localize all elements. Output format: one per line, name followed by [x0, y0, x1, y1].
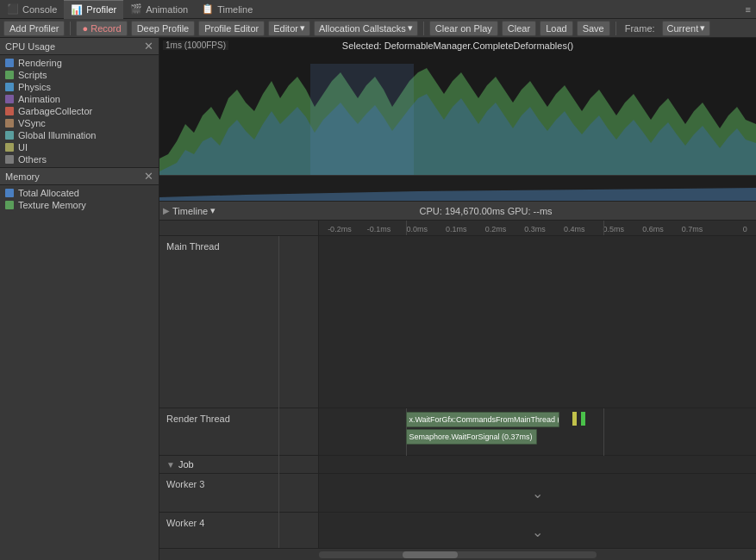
legend-item-total-allocated[interactable]: Total Allocated [0, 187, 159, 199]
selected-label: Selected: DeformableManager.CompleteDefo… [342, 40, 573, 51]
gc-color-dot [5, 107, 14, 115]
editor-dropdown[interactable]: Editor ▾ [268, 21, 310, 36]
save-button[interactable]: Save [577, 21, 610, 36]
chevron-down-icon-2: ▾ [408, 22, 413, 34]
ruler-marks: -0.2ms -0.1ms 0.0ms 0.1ms 0.2ms 0.3ms 0.… [319, 221, 756, 235]
toolbar-separator-3 [615, 22, 616, 35]
ui-color-dot [5, 143, 14, 152]
legend-item-gc[interactable]: GarbageCollector [0, 105, 159, 117]
others-color-dot [5, 155, 14, 164]
memory-legend-list: Total Allocated Texture Memory [0, 185, 159, 213]
console-icon: ⬛ [7, 3, 19, 15]
frame-dropdown[interactable]: Current ▾ [662, 21, 711, 36]
total-allocated-color-dot [5, 189, 14, 197]
job-section: ▼ Job [159, 456, 756, 474]
render-thread-label: Render Thread [159, 408, 319, 455]
tab-menu-button[interactable]: ≡ [740, 4, 756, 15]
gi-color-dot [5, 131, 14, 140]
tab-profiler[interactable]: 📊 Profiler [64, 0, 123, 19]
expand-icon: ▶ [163, 206, 170, 215]
rendering-color-dot [5, 59, 14, 67]
scroll-thumb[interactable] [403, 551, 458, 558]
clear-button[interactable]: Clear [502, 21, 536, 36]
legend-item-rendering[interactable]: Rendering [0, 57, 159, 69]
render-thread-content[interactable]: x.WaitForGfx:CommandsFromMainThread (0.3… [319, 408, 756, 456]
legend-item-texture-memory[interactable]: Texture Memory [0, 199, 159, 211]
worker-4-content[interactable]: ⌄ [319, 513, 756, 548]
allocation-callstacks-dropdown[interactable]: Allocation Callstacks ▾ [314, 21, 418, 36]
scripts-color-dot [5, 71, 14, 79]
job-section-header[interactable]: ▼ Job [159, 456, 319, 473]
memory-section-header: Memory ✕ [0, 168, 159, 185]
job-expand-icon: ▼ [166, 460, 175, 470]
legend-item-vsync[interactable]: VSync [0, 117, 159, 129]
scroll-track[interactable] [319, 551, 597, 558]
vsync-color-dot [5, 119, 14, 128]
animation-icon: 🎬 [130, 3, 142, 15]
toolbar-separator-1 [70, 22, 71, 35]
texture-memory-color-dot [5, 201, 14, 209]
cpu-chart-svg [159, 38, 756, 180]
render-thread-row: Render Thread x.WaitForGfx:CommandsFromM… [159, 408, 756, 456]
semaphore-block[interactable]: Semaphore.WaitForSignal (0.37ms) [406, 429, 537, 445]
legend-item-animation[interactable]: Animation [0, 93, 159, 105]
worker-3-content[interactable]: ⌄ [319, 474, 756, 513]
memory-chart [159, 175, 756, 201]
load-button[interactable]: Load [540, 21, 572, 36]
legend-item-scripts[interactable]: Scripts [0, 69, 159, 81]
dropdown-icon: ▾ [210, 205, 216, 216]
physics-color-dot [5, 83, 14, 91]
worker-3-label: Worker 3 [159, 474, 319, 512]
legend-item-gi[interactable]: Global Illumination [0, 129, 159, 141]
tab-console[interactable]: ⬛ Console [0, 0, 64, 19]
cpu-usage-close-button[interactable]: ✕ [144, 40, 153, 52]
cpu-legend-list: Rendering Scripts Physics Animation Garb… [0, 55, 159, 167]
record-button[interactable]: ● Record [76, 21, 127, 36]
clear-on-play-button[interactable]: Clear on Play [429, 21, 498, 36]
bottom-scrollbar[interactable] [159, 548, 756, 560]
timeline-content[interactable]: -0.2ms -0.1ms 0.0ms 0.1ms 0.2ms 0.3ms 0.… [159, 221, 756, 548]
toolbar: Add Profiler ● Record Deep Profile Profi… [0, 19, 756, 38]
toolbar-separator-2 [423, 22, 424, 35]
svg-rect-1 [310, 64, 414, 180]
main-layout: CPU Usage ✕ Rendering Scripts Physics An… [0, 38, 756, 560]
timeline-ruler: -0.2ms -0.1ms 0.0ms 0.1ms 0.2ms 0.3ms 0.… [159, 221, 756, 236]
worker-3-row: Worker 3 ⌄ [159, 474, 756, 513]
legend-item-others[interactable]: Others [0, 153, 159, 165]
right-panel: 1ms (1000FPS) Selected: DeformableManage… [159, 38, 756, 560]
tab-timeline[interactable]: 📋 Timeline [195, 0, 259, 19]
main-thread-row: Main Thread PlayerLoop (0.54ms) EditorLo… [159, 236, 756, 408]
left-panel: CPU Usage ✕ Rendering Scripts Physics An… [0, 38, 159, 560]
timeline-dropdown[interactable]: ▶ Timeline ▾ [163, 205, 216, 216]
main-thread-label: Main Thread [159, 236, 319, 408]
memory-section: Memory ✕ Total Allocated Texture Memory [0, 167, 159, 213]
deep-profile-button[interactable]: Deep Profile [131, 21, 196, 36]
timeline-tab-icon: 📋 [202, 3, 214, 15]
chevron-down-icon: ▾ [300, 22, 305, 34]
profile-editor-button[interactable]: Profile Editor [198, 21, 265, 36]
tab-bar: ⬛ Console 📊 Profiler 🎬 Animation 📋 Timel… [0, 0, 756, 19]
worker-4-label: Worker 4 [159, 513, 319, 548]
legend-item-ui[interactable]: UI [0, 141, 159, 153]
worker-4-chevron: ⌄ [532, 524, 543, 540]
add-profiler-button[interactable]: Add Profiler [3, 21, 65, 36]
timeline-toolbar: ▶ Timeline ▾ CPU: 194,670.00ms GPU: --ms [159, 202, 756, 221]
animation-color-dot [5, 95, 14, 103]
chart-area[interactable]: 1ms (1000FPS) Selected: DeformableManage… [159, 38, 756, 202]
job-section-content [319, 456, 756, 473]
cpu-gpu-info: CPU: 194,670.00ms GPU: --ms [219, 206, 753, 216]
chevron-down-icon-3: ▾ [700, 22, 705, 34]
legend-item-physics[interactable]: Physics [0, 81, 159, 93]
profiler-icon: 📊 [71, 4, 83, 16]
memory-close-button[interactable]: ✕ [144, 171, 153, 182]
cpu-usage-section-header: CPU Usage ✕ [0, 38, 159, 55]
wait-for-gfx-block[interactable]: x.WaitForGfx:CommandsFromMainThread (0.3… [406, 412, 559, 427]
frame-label: Frame: [622, 23, 659, 34]
worker-4-row: Worker 4 ⌄ [159, 513, 756, 548]
fps-label: 1ms (1000FPS) [163, 40, 228, 50]
worker-3-chevron: ⌄ [532, 485, 543, 501]
tab-animation[interactable]: 🎬 Animation [123, 0, 195, 19]
